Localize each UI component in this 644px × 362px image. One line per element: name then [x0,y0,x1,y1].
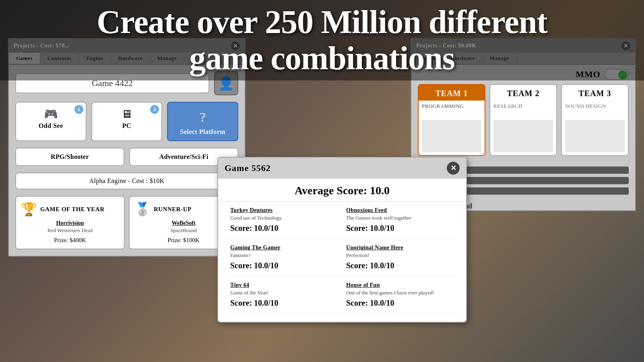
platform-icon-pc: 🖥 [95,107,159,121]
review-score-0: Score: 10.0/10 [230,224,338,233]
platform-row: 1 🎮 Odd See 2 🖥 PC ? Select Platform [15,102,238,141]
score-game-title: Game 5562 [225,163,271,173]
team3-content [565,120,625,152]
award-goty-title: Game of the Year [40,206,119,213]
awards-row: 🏆 Game of the Year Horrivision Red Weste… [15,196,238,249]
review-source-0: Turkey Dentures [230,207,338,214]
review-comment-0: Good use of Technology [230,215,338,221]
platform-card-select[interactable]: ? Select Platform [167,102,238,141]
review-source-5: House of Fun [346,282,454,288]
team2-content [493,120,553,152]
question-icon: ? [193,107,213,127]
platform-card-oddsee[interactable]: 1 🎮 Odd See [15,102,87,141]
review-comment-1: The Genres work well together [346,215,454,221]
average-score: Average Score: 10.0 [218,179,466,202]
team1-header: Team 1 [419,85,485,101]
review-source-3: Unoriginal Name Here [346,245,454,251]
platform-label-oddsee: Odd See [19,122,83,130]
platform-icon-oddsee: 🎮 [19,107,83,121]
team3-name: Team 3 [567,89,623,98]
review-comment-3: Perfection! [346,252,454,259]
score-titlebar: Game 5562 ✕ [218,158,466,179]
review-item-1: Obnoxious Feed The Genres work well toge… [342,202,458,239]
award-goty-game: Red Westerners Dead [21,227,119,234]
review-source-2: Gaming The Gamer [230,245,338,251]
award-goty-header: 🏆 Game of the Year [21,202,119,217]
review-comment-2: Fantastic! [230,252,338,259]
reviews-grid: Turkey Dentures Good use of Technology S… [218,202,466,314]
team-card-3[interactable]: Team 3 Sound Design [561,84,629,156]
genre-row: RPG/Shooter Adventure/Sci-Fi [15,148,238,166]
platform-label-select: Select Platform [171,128,234,136]
score-close-button[interactable]: ✕ [447,162,460,175]
review-source-1: Obnoxious Feed [346,207,454,214]
review-source-4: Tiny 64 [230,282,338,288]
teams-row: Team 1 Programming Team 2 Research Team … [411,84,635,162]
team2-header: Team 2 [490,85,556,101]
platform-card-pc[interactable]: 2 🖥 PC [91,102,163,141]
review-item-2: Gaming The Gamer Fantastic! Score: 10.0/… [226,239,342,276]
review-score-2: Score: 10.0/10 [230,261,338,270]
team3-header: Team 3 [562,85,628,101]
medal-icon: 🥈 [134,202,151,217]
headline-text: Create over 250 Million different game c… [8,4,636,76]
review-item-0: Turkey Dentures Good use of Technology S… [226,202,342,239]
review-comment-4: Game of the Year! [230,290,338,296]
team-card-2[interactable]: Team 2 Research [489,84,557,156]
team3-role: Sound Design [562,101,628,117]
review-score-3: Score: 10.0/10 [346,261,454,270]
review-score-1: Score: 10.0/10 [346,224,454,233]
review-item-3: Unoriginal Name Here Perfection! Score: … [342,239,458,276]
team-card-1[interactable]: Team 1 Programming [418,84,485,156]
engine-row: Alpha Engine - Cost : $10K [15,173,238,189]
trophy-icon: 🏆 [21,202,37,217]
review-score-4: Score: 10.0/10 [230,298,338,308]
award-goty-company: Horrivision [21,220,119,226]
award-goty-prize: Prize: $400K [21,237,119,244]
platform-badge-oddsee: 1 [74,105,83,114]
team2-role: Research [490,101,556,117]
award-card-goty: 🏆 Game of the Year Horrivision Red Weste… [15,196,125,249]
engine-button[interactable]: Alpha Engine - Cost : $10K [15,173,238,189]
headline-overlay: Create over 250 Million different game c… [0,0,644,80]
review-score-5: Score: 10.0/10 [346,298,454,308]
review-comment-5: One of the best games I have ever played… [346,290,454,296]
game-creation-area: Game 4422 👤 1 🎮 Odd See 2 🖥 PC ? Select … [9,65,245,256]
team1-name: Team 1 [423,89,480,98]
platform-label-pc: PC [95,122,159,130]
review-item-5: House of Fun One of the best games I hav… [342,276,458,314]
team2-name: Team 2 [495,89,551,98]
review-item-4: Tiny 64 Game of the Year! Score: 10.0/10 [226,276,342,314]
team1-role: Programming [419,101,485,117]
score-panel: Game 5562 ✕ Average Score: 10.0 Turkey D… [217,157,467,323]
team1-content [422,120,481,152]
genre-button-rpg[interactable]: RPG/Shooter [15,148,124,166]
